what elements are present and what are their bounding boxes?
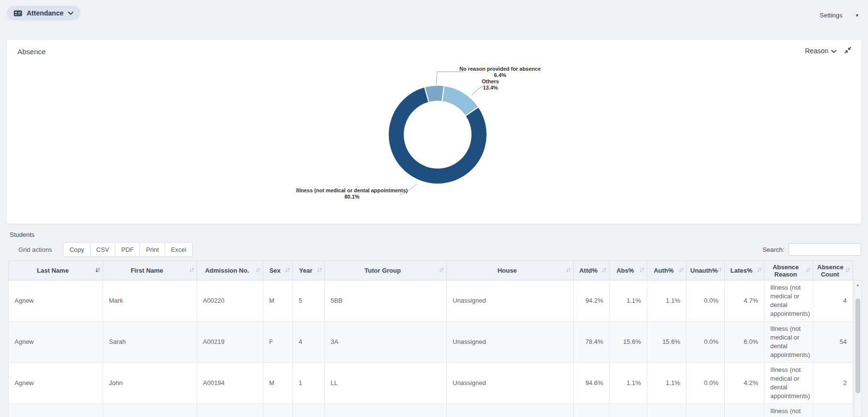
grid-actions-button[interactable]: Grid actions [12, 242, 58, 257]
sort-icon [678, 267, 684, 274]
column-header-attd[interactable]: Attd% [574, 261, 609, 280]
cell-tutor-group: 3A [325, 322, 447, 363]
donut-svg [7, 40, 861, 224]
cell-absence-count: 30 [813, 404, 853, 417]
students-table-wrap: Last Name First Name Admission No. Sex Y… [8, 261, 853, 417]
column-header-lates[interactable]: Lates% [725, 261, 764, 280]
settings-link[interactable]: Settings [820, 12, 842, 19]
sort-icon [601, 267, 607, 274]
search-input[interactable] [789, 243, 861, 256]
cell-year: 1 [293, 363, 325, 404]
column-header-label: Lates% [731, 267, 753, 274]
sort-icon [756, 267, 762, 274]
excel-button[interactable]: Excel [165, 242, 193, 257]
cell-first-name: John [103, 363, 197, 404]
cell-unauth: 0.0% [686, 280, 725, 322]
scroll-up-button[interactable]: ▲ [854, 281, 861, 289]
sort-icon [95, 267, 101, 274]
cell-attd: 94.6% [574, 363, 609, 404]
table-row[interactable]: AgnewMarkA00220M55BBUnassigned94.2%1.1%1… [9, 280, 853, 322]
scrollbar-thumb[interactable] [855, 298, 860, 393]
pie-label-others: Others 13.4% [466, 78, 515, 91]
cell-absence-reason: Illness (not medical or dental appointme… [764, 363, 813, 404]
cell-lates: 4.7% [725, 280, 764, 322]
table-search: Search: [762, 243, 861, 256]
pie-label-percent: 80.1% [289, 194, 415, 200]
cell-unauth: 0.0% [686, 363, 725, 404]
cell-year: 6 [293, 404, 325, 417]
table-scrollbar[interactable]: ▲ [854, 280, 862, 417]
cell-unauth: 0.0% [686, 322, 725, 363]
column-header-last-name[interactable]: Last Name [9, 261, 103, 280]
cell-absence-reason: Illness (not medical or dental appointme… [764, 404, 813, 417]
students-section-label: Students [10, 231, 34, 238]
absence-donut-chart: No reason provided for absence 6.4% Othe… [7, 40, 861, 224]
cell-abs: 1.1% [609, 363, 647, 404]
cell-house: Unassigned [447, 280, 574, 322]
cell-house: Unassigned [447, 322, 574, 363]
column-header-absence-count[interactable]: Absence Count [813, 261, 853, 280]
table-row[interactable]: AllenMeganA00058F66RPUnassigned90.4%8.5%… [9, 404, 853, 417]
sort-icon [805, 267, 811, 274]
cell-auth: 8.5% [647, 404, 686, 417]
cell-auth: 1.1% [647, 280, 686, 322]
cell-lates: 4.2% [725, 363, 764, 404]
cell-attd: 78.4% [574, 322, 609, 363]
cell-absence-reason: Illness (not medical or dental appointme… [764, 280, 813, 322]
column-header-abs[interactable]: Abs% [609, 261, 647, 280]
column-header-label: House [498, 267, 517, 274]
cell-last-name: Agnew [9, 280, 103, 322]
view-switcher-attendance[interactable]: Attendance [7, 6, 80, 20]
cell-last-name: Agnew [9, 322, 103, 363]
column-header-first-name[interactable]: First Name [103, 261, 197, 280]
column-header-label: First Name [131, 267, 163, 274]
column-header-auth[interactable]: Auth% [647, 261, 686, 280]
cell-attd: 90.4% [574, 404, 609, 417]
cell-absence-count: 4 [813, 280, 853, 322]
cell-admission-no: A00219 [197, 322, 263, 363]
cell-abs: 8.5% [609, 404, 647, 417]
pie-label-name: Illness (not medical or dental appointme… [289, 187, 415, 194]
cell-sex: F [263, 322, 293, 363]
sort-icon [317, 267, 322, 274]
absence-card: Absence Reason [7, 40, 861, 224]
cell-sex: M [263, 280, 293, 322]
column-header-year[interactable]: Year [293, 261, 325, 280]
table-row[interactable]: AgnewSarahA00219F43AUnassigned78.4%15.6%… [9, 322, 853, 363]
column-header-label: Absence Reason [773, 263, 799, 278]
pie-label-no-reason: No reason provided for absence 6.4% [447, 66, 553, 78]
cell-admission-no: A00194 [197, 363, 263, 404]
cell-tutor-group: LL [325, 363, 447, 404]
cell-tutor-group: 6RP [325, 404, 447, 417]
sort-icon [639, 267, 645, 274]
cell-last-name: Agnew [9, 363, 103, 404]
cell-sex: F [263, 404, 293, 417]
column-header-label: Abs% [616, 267, 634, 274]
cell-abs: 1.1% [609, 280, 647, 322]
sort-icon [255, 267, 261, 274]
pie-label-name: Others [466, 78, 515, 85]
column-header-sex[interactable]: Sex [263, 261, 293, 280]
sort-icon [285, 267, 290, 274]
csv-button[interactable]: CSV [90, 242, 116, 257]
column-header-tutor-group[interactable]: Tutor Group [325, 261, 447, 280]
table-row[interactable]: AgnewJohnA00194M1LLUnassigned94.6%1.1%1.… [9, 363, 853, 404]
cell-admission-no: A00058 [197, 404, 263, 417]
column-header-unauth[interactable]: Unauth% [686, 261, 725, 280]
sort-icon [565, 267, 571, 274]
cell-sex: M [263, 363, 293, 404]
column-header-absence-reason[interactable]: Absence Reason [764, 261, 813, 280]
id-card-icon [14, 10, 22, 16]
print-button[interactable]: Print [139, 242, 165, 257]
cell-unauth: 0.0% [686, 404, 725, 417]
pdf-button[interactable]: PDF [115, 242, 140, 257]
column-header-house[interactable]: House [447, 261, 574, 280]
column-header-label: Auth% [654, 267, 673, 274]
column-header-label: Admission No. [205, 267, 249, 274]
column-header-admission-no[interactable]: Admission No. [197, 261, 263, 280]
settings-dropdown-icon[interactable]: ▼ [855, 13, 859, 18]
copy-button[interactable]: Copy [63, 242, 90, 257]
attendance-dashboard: Attendance Settings ▼ Absence Reason [0, 0, 868, 417]
cell-first-name: Mark [103, 280, 197, 322]
search-label: Search: [762, 246, 784, 253]
